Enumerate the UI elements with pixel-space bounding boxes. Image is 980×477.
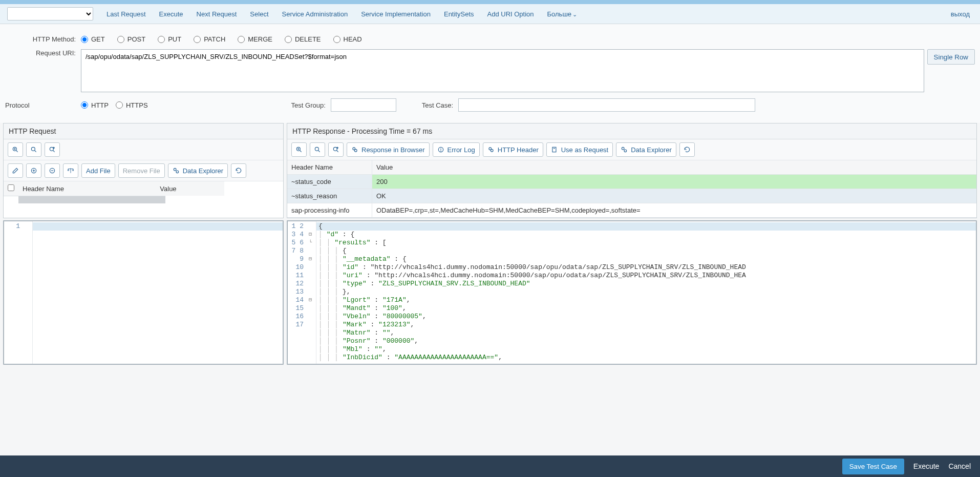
resp-col-name: Header Name (287, 160, 372, 174)
svg-point-37 (624, 150, 627, 152)
protocol-radio-http[interactable]: HTTP (81, 101, 109, 109)
method-radio-merge[interactable]: MERGE (238, 35, 272, 43)
method-radio-put[interactable]: PUT (158, 35, 181, 43)
response-body-editor[interactable]: 1 2 3 4 5 6 7 8 9 10 11 12 13 14 15 16 1… (287, 220, 977, 365)
top-strip (0, 0, 980, 4)
add-icon[interactable] (26, 163, 41, 178)
request-toolbar-1: + (4, 139, 283, 160)
protocol-label: Protocol (5, 101, 81, 109)
method-radio-head[interactable]: HEAD (333, 35, 362, 43)
svg-line-5 (35, 151, 36, 152)
search-plus-icon[interactable]: + (328, 142, 344, 157)
test-group-input[interactable] (331, 98, 396, 112)
svg-point-16 (174, 168, 176, 171)
svg-rect-34 (552, 147, 556, 152)
remove-file-button[interactable]: Remove File (118, 163, 165, 178)
request-body-editor[interactable]: 1 (3, 220, 284, 365)
response-panel: HTTP Response - Processing Time = 67 ms … (287, 123, 977, 218)
svg-text:+: + (336, 146, 338, 149)
menu-items: Last Request Execute Next Request Select… (106, 10, 577, 18)
table-row: sap-processing-infoODataBEP=,crp=,st=,Me… (287, 203, 976, 218)
menubar: Last Request Execute Next Request Select… (0, 4, 980, 24)
request-uri-input[interactable] (81, 49, 924, 92)
edit-icon[interactable] (8, 163, 23, 178)
zoom-in-icon[interactable] (291, 142, 307, 157)
method-radio-delete[interactable]: DELETE (285, 35, 321, 43)
menu-add-uri-option[interactable]: Add URI Option (487, 10, 534, 18)
error-log-button[interactable]: Error Log (433, 142, 480, 157)
search-icon[interactable] (26, 142, 41, 157)
svg-line-23 (318, 151, 320, 152)
req-col-name: Header Name (18, 181, 156, 196)
http-method-row: HTTP Method: GETPOSTPUTPATCHMERGEDELETEH… (5, 35, 975, 43)
svg-line-19 (300, 151, 302, 152)
request-uri-label: Request URI: (5, 49, 81, 57)
request-uri-row: Request URI: Single Row (5, 49, 975, 92)
svg-point-22 (315, 147, 318, 151)
form-area: HTTP Method: GETPOSTPUTPATCHMERGEDELETEH… (0, 24, 980, 123)
use-as-request-button[interactable]: Use as Request (546, 142, 613, 157)
menu-next-request[interactable]: Next Request (197, 10, 237, 18)
test-case-label: Test Case: (422, 101, 453, 109)
menu-service-admin[interactable]: Service Administration (282, 10, 348, 18)
request-panel-title: HTTP Request (4, 123, 283, 139)
protocols: HTTPHTTPS (81, 101, 148, 109)
protocol-radio-https[interactable]: HTTPS (116, 101, 148, 109)
menu-last-request[interactable]: Last Request (106, 10, 146, 18)
menu-more[interactable]: Больше⌄ (547, 10, 578, 18)
refresh-icon[interactable] (679, 142, 695, 157)
svg-line-1 (16, 151, 18, 152)
test-group-block: Test Group: Test Case: (291, 98, 756, 112)
menu-select[interactable]: Select (250, 10, 268, 18)
request-headers-table: Header Name Value (4, 181, 283, 203)
table-row: ~status_code200 (287, 175, 976, 189)
http-method-label: HTTP Method: (5, 35, 81, 43)
response-toolbar: + Response in Browser Error Log HTTP Hea… (287, 139, 976, 160)
search-icon[interactable] (310, 142, 325, 157)
resp-col-value: Value (372, 160, 976, 174)
svg-point-31 (440, 151, 441, 151)
response-panel-title: HTTP Response - Processing Time = 67 ms (287, 123, 976, 139)
svg-point-4 (31, 147, 35, 151)
editors: 1 1 2 3 4 5 6 7 8 9 10 11 12 13 14 15 16… (0, 218, 980, 365)
http-methods: GETPOSTPUTPATCHMERGEDELETEHEAD (81, 35, 362, 43)
response-headers-table: Header Name Value ~status_code200~status… (287, 160, 976, 218)
svg-point-36 (622, 147, 625, 150)
zoom-in-icon[interactable] (8, 142, 23, 157)
select-all-checkbox[interactable] (8, 184, 14, 191)
request-panel: HTTP Request + Add File Remove File Data… (3, 123, 284, 218)
test-case-input[interactable] (458, 98, 755, 112)
refresh-icon[interactable] (231, 163, 246, 178)
balance-icon[interactable] (63, 163, 78, 178)
table-row (4, 196, 224, 203)
method-radio-get[interactable]: GET (81, 35, 105, 43)
svg-line-25 (337, 151, 338, 152)
svg-point-33 (491, 149, 493, 152)
http-header-button[interactable]: HTTP Header (483, 142, 543, 157)
resp-data-explorer-button[interactable]: Data Explorer (616, 142, 676, 157)
test-group-label: Test Group: (291, 101, 326, 109)
protocol-row: Protocol HTTPHTTPS Test Group: Test Case… (5, 98, 975, 112)
history-select[interactable] (7, 7, 93, 20)
menu-execute[interactable]: Execute (159, 10, 183, 18)
data-explorer-button[interactable]: Data Explorer (168, 163, 228, 178)
table-row: ~status_reasonOK (287, 189, 976, 203)
chevron-down-icon: ⌄ (572, 11, 577, 17)
response-in-browser-button[interactable]: Response in Browser (347, 142, 430, 157)
svg-point-17 (176, 171, 179, 173)
menu-entitysets[interactable]: EntitySets (444, 10, 474, 18)
search-plus-icon[interactable]: + (45, 142, 60, 157)
svg-point-28 (354, 149, 357, 152)
menu-service-impl[interactable]: Service Implementation (361, 10, 431, 18)
panels: HTTP Request + Add File Remove File Data… (0, 123, 980, 218)
exit-link[interactable]: выход (951, 10, 970, 18)
single-row-button[interactable]: Single Row (927, 49, 975, 65)
method-radio-post[interactable]: POST (117, 35, 145, 43)
method-radio-patch[interactable]: PATCH (194, 35, 225, 43)
add-file-button[interactable]: Add File (81, 163, 115, 178)
svg-text:+: + (53, 146, 55, 149)
req-col-value: Value (156, 181, 224, 196)
request-toolbar-2: Add File Remove File Data Explorer (4, 160, 283, 181)
svg-line-7 (53, 151, 55, 152)
remove-icon[interactable] (45, 163, 60, 178)
